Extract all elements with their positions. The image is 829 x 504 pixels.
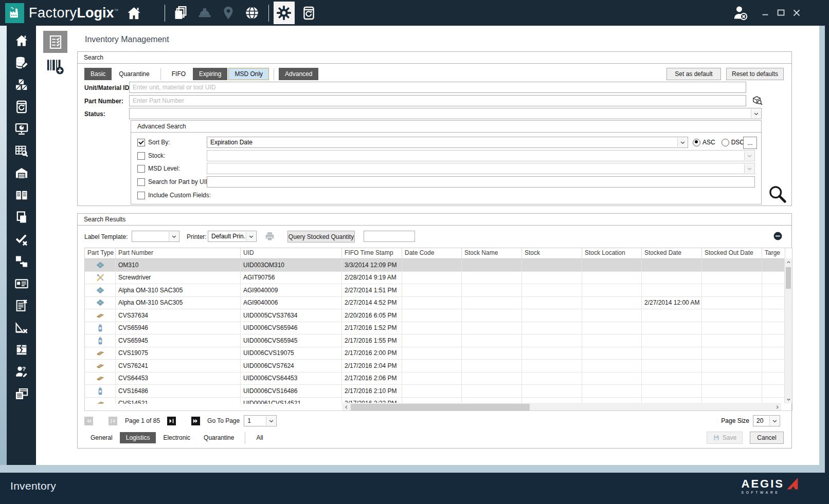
user-logout-icon[interactable] — [732, 5, 749, 22]
tab-electronic[interactable]: Electronic — [157, 432, 196, 443]
column-header-part-type[interactable]: Part Type — [85, 248, 116, 258]
tab-logistics[interactable]: Logistics — [120, 432, 156, 443]
maximize-button[interactable] — [776, 7, 787, 18]
hardhat-icon[interactable] — [197, 5, 212, 21]
vertical-scrollbar[interactable] — [784, 258, 792, 403]
previous-page-button[interactable] — [109, 417, 117, 425]
column-header-stock-location[interactable]: Stock Location — [582, 248, 642, 258]
table-row[interactable]: CVS16486UID0006CVS164862/17/2016 2:10 PM — [85, 385, 792, 398]
home-icon[interactable] — [126, 5, 142, 21]
sidebar-transfer-boxes-icon[interactable] — [14, 254, 29, 269]
sidebar-document-stack-icon[interactable] — [14, 210, 29, 225]
sidebar-assembly-boxes-icon[interactable] — [14, 78, 29, 92]
collapse-icon[interactable] — [773, 231, 783, 241]
data-sync-icon[interactable] — [301, 6, 316, 21]
set-as-default-button[interactable]: Set as default — [666, 68, 721, 80]
query-stocked-quantity-button[interactable]: Query Stocked Quantity — [287, 231, 355, 242]
sidebar-damaged-package-icon[interactable] — [14, 343, 29, 357]
status-select[interactable] — [129, 108, 762, 119]
tab-msd-only[interactable]: MSD Only — [228, 68, 269, 80]
tab-all[interactable]: All — [250, 432, 269, 443]
horizontal-scrollbar-thumb[interactable] — [351, 404, 530, 410]
table-row[interactable]: ScrewdriverAGIT907562/28/2014 9:19 AM — [85, 272, 792, 285]
table-row[interactable]: CVS76241UID0006CVS76242/17/2016 2:04 PM — [85, 360, 792, 372]
table-row[interactable]: CVS64453UID0006CVS644532/17/2016 2:06 PM — [85, 372, 792, 385]
close-button[interactable] — [791, 7, 802, 18]
part-number-input[interactable]: Enter Part Number — [129, 95, 746, 106]
inventory-checklist-button[interactable] — [43, 31, 67, 53]
dropdown-button[interactable] — [266, 416, 276, 425]
sidebar-open-book-icon[interactable] — [14, 188, 29, 202]
table-row[interactable]: CVS37634UID0005CVS376342/20/2016 6:05 PM — [85, 309, 792, 322]
printer-select[interactable]: Default Prin... — [208, 231, 257, 242]
sidebar-id-card-icon[interactable] — [14, 276, 29, 291]
last-page-button[interactable] — [191, 417, 200, 425]
stock-checkbox[interactable] — [137, 152, 145, 160]
column-header-part-number[interactable]: Part Number — [116, 248, 241, 258]
reset-to-defaults-button[interactable]: Reset to defaults — [726, 68, 784, 80]
minimize-button[interactable] — [760, 7, 771, 18]
sort-by-checkbox[interactable] — [137, 139, 145, 146]
scroll-left-button[interactable] — [342, 403, 350, 411]
tab-basic[interactable]: Basic — [84, 68, 112, 80]
column-header-stock[interactable]: Stock — [522, 248, 582, 258]
column-header-date-code[interactable]: Date Code — [402, 248, 462, 258]
label-template-select[interactable] — [132, 231, 179, 242]
table-row[interactable]: Alpha OM-310 SAC305AGI90400092/27/2014 1… — [85, 284, 792, 297]
table-row[interactable]: OM310UID003OM3103/3/2014 12:09 PM — [85, 259, 792, 272]
vertical-scrollbar-thumb[interactable] — [786, 267, 791, 289]
unit-material-input[interactable]: Enter unit, material or tool UID — [129, 82, 746, 93]
first-page-button[interactable] — [84, 417, 93, 425]
save-button[interactable]: Save — [707, 432, 743, 444]
column-header-stocked-out-date[interactable]: Stocked Out Date — [702, 248, 762, 258]
part-by-uid-input[interactable] — [207, 176, 755, 188]
column-header-targe[interactable]: Targe — [762, 248, 785, 258]
goto-page-select[interactable]: 1 — [244, 415, 277, 426]
custom-fields-checkbox[interactable] — [137, 192, 145, 199]
barcode-add-button[interactable] — [44, 57, 66, 76]
sidebar-user-question-icon[interactable]: ? — [14, 365, 29, 379]
settings-tab-active[interactable] — [274, 2, 295, 24]
next-page-button[interactable] — [167, 417, 176, 425]
table-row[interactable]: CVS65945UID0006CVS659452/17/2016 1:55 PM — [85, 334, 792, 347]
asc-radio[interactable] — [693, 139, 700, 146]
dsc-radio[interactable] — [722, 139, 729, 146]
sidebar-warehouse-icon[interactable] — [14, 166, 29, 180]
quantity-textbox[interactable] — [364, 231, 415, 242]
dropdown-button[interactable] — [769, 416, 779, 425]
msd-level-checkbox[interactable] — [137, 165, 145, 173]
dropdown-button[interactable] — [169, 232, 178, 241]
documents-icon[interactable] — [173, 5, 189, 21]
column-header-fifo-time-stamp[interactable]: FIFO Time Stamp — [342, 248, 402, 258]
table-row[interactable]: CVS19075UID006CVS190752/17/2016 2:00 PM — [85, 347, 792, 360]
tab-quarantine[interactable]: Quarantine — [113, 68, 155, 80]
search-icon[interactable] — [768, 184, 787, 203]
msd-level-select[interactable] — [207, 163, 755, 174]
sidebar-database-edit-icon[interactable] — [14, 55, 29, 70]
table-row[interactable]: Alpha OM-310 SAC305AGI90400062/27/2014 4… — [85, 297, 792, 310]
dropdown-button[interactable] — [751, 109, 761, 118]
sidebar-ruler-remove-icon[interactable] — [14, 321, 29, 335]
horizontal-scrollbar[interactable] — [342, 403, 781, 411]
table-row[interactable]: CVS65946UID0006CVS659462/17/2016 1:52 PM — [85, 322, 792, 335]
column-header-stock-name[interactable]: Stock Name — [462, 248, 522, 258]
scroll-up-button[interactable] — [785, 258, 792, 266]
print-icon[interactable] — [263, 231, 276, 242]
sidebar-table-search-icon[interactable] — [14, 144, 29, 158]
part-lookup-icon[interactable] — [751, 95, 763, 106]
sidebar-book-sync-icon[interactable] — [14, 100, 29, 114]
globe-icon[interactable] — [244, 5, 260, 21]
tab-quarantine[interactable]: Quarantine — [197, 432, 240, 443]
tab-advanced[interactable]: Advanced — [279, 68, 318, 80]
sort-by-select[interactable]: Expiration Date — [207, 137, 688, 148]
sidebar-monitor-report-icon[interactable] — [14, 122, 29, 136]
location-pin-icon[interactable] — [221, 5, 236, 21]
page-size-select[interactable]: 20 — [753, 415, 780, 426]
tab-general[interactable]: General — [84, 432, 119, 443]
part-by-uid-checkbox[interactable] — [137, 178, 145, 186]
more-options-button[interactable]: ... — [743, 137, 757, 149]
sidebar-check-remove-icon[interactable] — [14, 232, 29, 247]
column-header-stocked-date[interactable]: Stocked Date — [642, 248, 702, 258]
scroll-right-button[interactable] — [773, 403, 781, 411]
column-header-uid[interactable]: UID — [241, 248, 342, 258]
